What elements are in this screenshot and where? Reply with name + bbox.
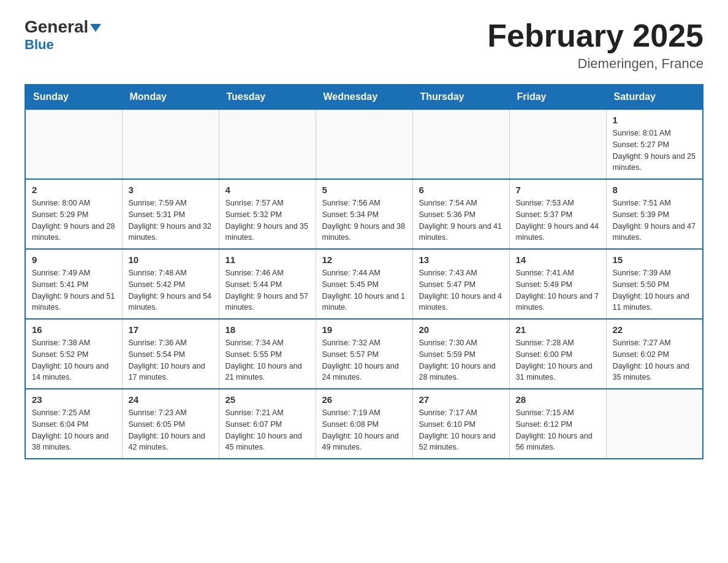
day-info: Sunrise: 7:23 AM Sunset: 6:05 PM Dayligh… (129, 407, 213, 453)
day-number: 4 (226, 185, 309, 195)
day-number: 7 (516, 185, 600, 195)
calendar-cell: 2Sunrise: 8:00 AM Sunset: 5:29 PM Daylig… (25, 179, 122, 249)
calendar-cell: 25Sunrise: 7:21 AM Sunset: 6:07 PM Dayli… (219, 389, 316, 459)
day-number: 11 (226, 255, 309, 265)
day-number: 27 (419, 394, 503, 405)
weekday-header-wednesday: Wednesday (316, 85, 412, 109)
day-number: 15 (613, 255, 697, 265)
calendar-cell: 5Sunrise: 7:56 AM Sunset: 5:34 PM Daylig… (316, 179, 412, 249)
day-info: Sunrise: 7:46 AM Sunset: 5:44 PM Dayligh… (226, 267, 309, 313)
day-number: 25 (226, 394, 309, 405)
day-info: Sunrise: 7:39 AM Sunset: 5:50 PM Dayligh… (613, 267, 697, 313)
calendar-cell (412, 109, 509, 179)
day-info: Sunrise: 7:43 AM Sunset: 5:47 PM Dayligh… (419, 267, 503, 313)
calendar-cell: 1Sunrise: 8:01 AM Sunset: 5:27 PM Daylig… (606, 109, 703, 179)
day-info: Sunrise: 7:30 AM Sunset: 5:59 PM Dayligh… (419, 337, 503, 383)
day-number: 14 (516, 255, 600, 265)
day-info: Sunrise: 7:17 AM Sunset: 6:10 PM Dayligh… (419, 407, 503, 453)
calendar-week-row: 16Sunrise: 7:38 AM Sunset: 5:52 PM Dayli… (25, 319, 703, 389)
calendar-cell: 28Sunrise: 7:15 AM Sunset: 6:12 PM Dayli… (509, 389, 606, 459)
day-info: Sunrise: 7:59 AM Sunset: 5:31 PM Dayligh… (129, 197, 213, 243)
day-info: Sunrise: 7:34 AM Sunset: 5:55 PM Dayligh… (226, 337, 309, 383)
calendar-cell (219, 109, 316, 179)
day-number: 17 (129, 324, 213, 335)
day-number: 1 (613, 115, 697, 125)
calendar-cell: 3Sunrise: 7:59 AM Sunset: 5:31 PM Daylig… (122, 179, 219, 249)
day-info: Sunrise: 7:48 AM Sunset: 5:42 PM Dayligh… (129, 267, 213, 313)
day-number: 22 (613, 324, 697, 335)
calendar-cell: 10Sunrise: 7:48 AM Sunset: 5:42 PM Dayli… (122, 249, 219, 319)
day-number: 24 (129, 394, 213, 405)
day-number: 20 (419, 324, 503, 335)
calendar-cell: 17Sunrise: 7:36 AM Sunset: 5:54 PM Dayli… (122, 319, 219, 389)
calendar-cell: 19Sunrise: 7:32 AM Sunset: 5:57 PM Dayli… (316, 319, 412, 389)
weekday-header-friday: Friday (509, 85, 606, 109)
weekday-header-sunday: Sunday (25, 85, 122, 109)
logo-general: General (25, 18, 101, 36)
calendar-week-row: 1Sunrise: 8:01 AM Sunset: 5:27 PM Daylig… (25, 109, 703, 179)
location: Diemeringen, France (487, 56, 703, 72)
weekday-header-monday: Monday (122, 85, 219, 109)
day-number: 16 (32, 324, 116, 335)
calendar-week-row: 2Sunrise: 8:00 AM Sunset: 5:29 PM Daylig… (25, 179, 703, 249)
day-info: Sunrise: 7:25 AM Sunset: 6:04 PM Dayligh… (32, 407, 116, 453)
calendar-cell: 13Sunrise: 7:43 AM Sunset: 5:47 PM Dayli… (412, 249, 509, 319)
day-info: Sunrise: 7:19 AM Sunset: 6:08 PM Dayligh… (322, 407, 406, 453)
calendar-cell: 23Sunrise: 7:25 AM Sunset: 6:04 PM Dayli… (25, 389, 122, 459)
day-number: 23 (32, 394, 116, 405)
day-info: Sunrise: 7:21 AM Sunset: 6:07 PM Dayligh… (226, 407, 309, 453)
calendar-cell: 21Sunrise: 7:28 AM Sunset: 6:00 PM Dayli… (509, 319, 606, 389)
day-number: 3 (129, 185, 213, 195)
logo: General Blue (25, 18, 101, 53)
day-number: 19 (322, 324, 406, 335)
calendar-cell: 20Sunrise: 7:30 AM Sunset: 5:59 PM Dayli… (412, 319, 509, 389)
calendar-cell: 26Sunrise: 7:19 AM Sunset: 6:08 PM Dayli… (316, 389, 412, 459)
calendar-cell: 27Sunrise: 7:17 AM Sunset: 6:10 PM Dayli… (412, 389, 509, 459)
calendar-cell: 24Sunrise: 7:23 AM Sunset: 6:05 PM Dayli… (122, 389, 219, 459)
calendar-table: SundayMondayTuesdayWednesdayThursdayFrid… (25, 84, 703, 459)
title-section: February 2025 Diemeringen, France (487, 18, 703, 72)
day-number: 18 (226, 324, 309, 335)
calendar-cell: 22Sunrise: 7:27 AM Sunset: 6:02 PM Dayli… (606, 319, 703, 389)
page-header: General Blue February 2025 Diemeringen, … (25, 18, 703, 72)
day-info: Sunrise: 7:28 AM Sunset: 6:00 PM Dayligh… (516, 337, 600, 383)
day-number: 10 (129, 255, 213, 265)
calendar-cell: 9Sunrise: 7:49 AM Sunset: 5:41 PM Daylig… (25, 249, 122, 319)
day-number: 9 (32, 255, 116, 265)
day-info: Sunrise: 7:38 AM Sunset: 5:52 PM Dayligh… (32, 337, 116, 383)
day-number: 13 (419, 255, 503, 265)
weekday-header-tuesday: Tuesday (219, 85, 316, 109)
calendar-cell: 6Sunrise: 7:54 AM Sunset: 5:36 PM Daylig… (412, 179, 509, 249)
day-info: Sunrise: 8:01 AM Sunset: 5:27 PM Dayligh… (613, 128, 697, 174)
calendar-cell: 14Sunrise: 7:41 AM Sunset: 5:49 PM Dayli… (509, 249, 606, 319)
calendar-week-row: 23Sunrise: 7:25 AM Sunset: 6:04 PM Dayli… (25, 389, 703, 459)
day-info: Sunrise: 7:56 AM Sunset: 5:34 PM Dayligh… (322, 197, 406, 243)
day-number: 2 (32, 185, 116, 195)
calendar-cell (606, 389, 703, 459)
month-title: February 2025 (487, 18, 703, 53)
weekday-header-saturday: Saturday (606, 85, 703, 109)
calendar-cell: 11Sunrise: 7:46 AM Sunset: 5:44 PM Dayli… (219, 249, 316, 319)
calendar-cell: 7Sunrise: 7:53 AM Sunset: 5:37 PM Daylig… (509, 179, 606, 249)
calendar-cell: 18Sunrise: 7:34 AM Sunset: 5:55 PM Dayli… (219, 319, 316, 389)
day-info: Sunrise: 7:49 AM Sunset: 5:41 PM Dayligh… (32, 267, 116, 313)
calendar-cell (25, 109, 122, 179)
day-info: Sunrise: 8:00 AM Sunset: 5:29 PM Dayligh… (32, 197, 116, 243)
day-number: 12 (322, 255, 406, 265)
weekday-header-thursday: Thursday (412, 85, 509, 109)
day-info: Sunrise: 7:15 AM Sunset: 6:12 PM Dayligh… (516, 407, 600, 453)
day-info: Sunrise: 7:54 AM Sunset: 5:36 PM Dayligh… (419, 197, 503, 243)
day-number: 26 (322, 394, 406, 405)
calendar-week-row: 9Sunrise: 7:49 AM Sunset: 5:41 PM Daylig… (25, 249, 703, 319)
day-info: Sunrise: 7:44 AM Sunset: 5:45 PM Dayligh… (322, 267, 406, 313)
calendar-cell: 4Sunrise: 7:57 AM Sunset: 5:32 PM Daylig… (219, 179, 316, 249)
day-info: Sunrise: 7:36 AM Sunset: 5:54 PM Dayligh… (129, 337, 213, 383)
calendar-cell (509, 109, 606, 179)
calendar-cell: 16Sunrise: 7:38 AM Sunset: 5:52 PM Dayli… (25, 319, 122, 389)
day-info: Sunrise: 7:41 AM Sunset: 5:49 PM Dayligh… (516, 267, 600, 313)
logo-blue: Blue (25, 37, 54, 53)
day-number: 21 (516, 324, 600, 335)
day-info: Sunrise: 7:53 AM Sunset: 5:37 PM Dayligh… (516, 197, 600, 243)
calendar-cell: 15Sunrise: 7:39 AM Sunset: 5:50 PM Dayli… (606, 249, 703, 319)
day-number: 6 (419, 185, 503, 195)
